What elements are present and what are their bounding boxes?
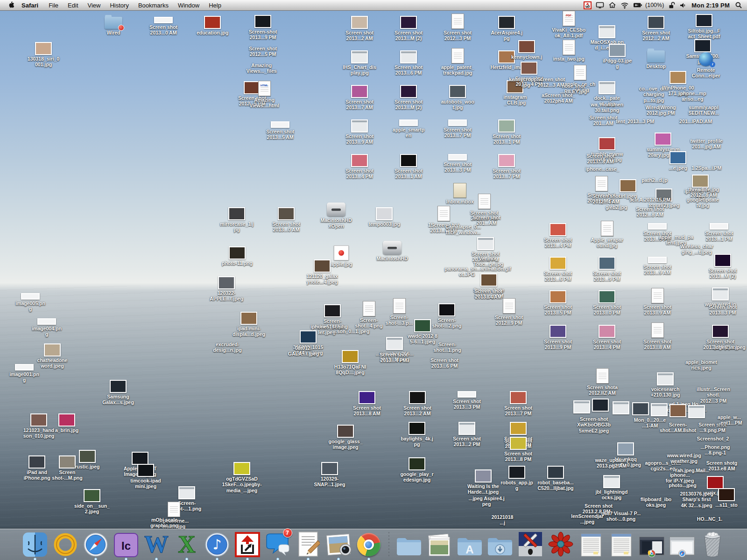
excel-dock-icon[interactable]: X	[173, 530, 200, 557]
desktop-icon[interactable]: apple_smartp en	[386, 119, 431, 139]
desktop-icon[interactable]: Screen shot 2013...2 PM	[444, 421, 489, 448]
desktop-icon[interactable]: Screen shot 2013...6 PM	[536, 256, 580, 282]
screenrecycler-dock-icon[interactable]	[234, 530, 261, 557]
iphoto-dock-icon[interactable]	[325, 530, 352, 557]
menu-clock[interactable]: Mon 2:19 PM	[691, 2, 731, 9]
desktop-icon[interactable]: Screen shot 2012...5 PM	[240, 45, 285, 57]
desktop-icon[interactable]: Screen shot 2013...8 AM	[578, 152, 623, 165]
desktop-icon[interactable]: Screen shot 2013...4 PM	[337, 153, 382, 180]
word-dock-icon[interactable]: W	[143, 530, 170, 557]
desktop-icon[interactable]: voicesearch +210.130.jpg	[643, 371, 688, 398]
desktop-icon[interactable]: tent_2013...3 PM	[613, 118, 657, 124]
desktop-icon[interactable]: image001.pn g	[2, 363, 47, 383]
desktop-icon[interactable]: Screen shot 2013...0 AM	[141, 16, 186, 36]
desktop-icon[interactable]: 130318_siri_0 001.jpg	[21, 41, 66, 68]
desktop-icon[interactable]: ...son_0...1.jpeg	[329, 328, 374, 334]
volume-icon[interactable]	[679, 2, 686, 9]
desktop-icon[interactable]: HTMLAmazing Views....html	[242, 82, 287, 109]
desktop-icon[interactable]: Wired|Wrong 2012.jpg.PM	[638, 104, 683, 116]
red-flower-app-dock-icon[interactable]	[547, 530, 574, 557]
trash-full-dock-icon[interactable]	[699, 530, 726, 557]
desktop-icon[interactable]: google_play_r edesign.jpg	[395, 456, 439, 483]
photos-stack-dock-icon[interactable]	[426, 530, 453, 557]
desktop-icon[interactable]: excruded- desig...n.jpg	[205, 341, 250, 353]
desktop-icon[interactable]: Screen shot 2013...3 PM	[444, 390, 489, 410]
desktop-icon[interactable]: MacintoshHD	[370, 241, 415, 261]
menu-bookmarks[interactable]: Bookmarks	[134, 2, 173, 9]
desktop-icon[interactable]: ...Phone.png ...8.png-1	[693, 443, 738, 456]
menu-edit[interactable]: Edit	[63, 2, 83, 9]
desktop-icon[interactable]: Camalapse_0... ffice_window...	[441, 223, 486, 236]
desktop-icon[interactable]: Screen shot 2013...4 PM	[536, 222, 580, 249]
desktop-icon[interactable]: H13o71QaFNI 8QqD....jpeg	[328, 349, 373, 376]
desktop-icon[interactable]: ...jpeg Aspire4.j peg	[464, 495, 509, 507]
desktop-icon[interactable]: side_on__sun_ 2.jpeg	[70, 488, 114, 515]
desktop-icon[interactable]: summly.appl SEDIT.NEW...	[681, 104, 726, 116]
utilities-tools-dock-icon[interactable]	[517, 530, 544, 557]
desktop-icon[interactable]: AcerAspire4.j pg	[484, 15, 529, 42]
desktop-icon[interactable]: MacintoshHD xOpen	[314, 203, 359, 229]
desktop-icon[interactable]: robot_baseba... C520...lljbat.jpg	[533, 465, 578, 491]
desktop-icon[interactable]: Screen shot 2013...9 AM	[337, 119, 382, 145]
desktop-icon[interactable]: apple_biomet rics.jpeg	[679, 358, 724, 371]
desktop-icon[interactable]: iphone...case_	[580, 165, 625, 172]
desktop-icon[interactable]: Screen shot 2013...M (2)	[700, 253, 745, 280]
desktop-icon[interactable]: 08t012- GALA...t.jpeg	[281, 344, 326, 357]
desktop-icon[interactable]: ogTdGVZSaD 1SkeF...o.jpegby- media_...jp…	[219, 461, 264, 493]
desktop-icon[interactable]: education.jpg	[190, 15, 235, 35]
desktop-icon[interactable]: Desktop	[634, 49, 678, 69]
desktop-icon[interactable]: google_glass_ image.jpeg	[323, 424, 368, 450]
desktop-icon[interactable]: Screen shot 2013...9 AM	[635, 256, 680, 276]
desktop-icon[interactable]: 3dges...s.jpeg	[707, 343, 747, 350]
desktop-icon[interactable]: Screen shot 2013...5 PM	[536, 289, 580, 316]
desktop-icon[interactable]: autobots_woo t.jpg	[435, 84, 480, 111]
desktop-icon[interactable]: Screen shot 2013...7 PM	[484, 153, 529, 180]
desktop-icon[interactable]: Screen shot 2012...8 AM	[627, 205, 672, 218]
menu-view[interactable]: View	[83, 2, 106, 9]
desktop-icon[interactable]: 121120_galax ynote...4.jpeg	[300, 259, 345, 285]
desktop-icon[interactable]: robots_app.jp g	[494, 465, 539, 491]
back-to-my-mac-icon[interactable]	[608, 1, 616, 9]
desktop-icon[interactable]: Screen shot 2013...0 AM	[264, 206, 309, 233]
minimized-safari-window-dock-icon[interactable]	[669, 530, 696, 557]
desktop-icon[interactable]: Siltobii.jpg...F act_Sheet.pdf	[682, 13, 726, 40]
desktop-icon[interactable]: aScreen shot_ 2012ph4 AM	[536, 91, 581, 104]
downloads-folder-dock-icon[interactable]	[486, 530, 514, 557]
desktop-icon[interactable]: 1.2Spa...i.PM	[684, 164, 729, 171]
desktop-icon[interactable]: Screen shot 2013...5 AM	[258, 120, 303, 140]
desktop-icon[interactable]: Samsung Galax...s.jpeg	[96, 379, 141, 406]
desktop-icon[interactable]: Screen shot 2012...2 AM	[634, 15, 678, 42]
lock-open-icon[interactable]	[668, 1, 675, 9]
menu-file[interactable]: File	[44, 2, 63, 9]
itunes-dock-icon[interactable]: ♪	[204, 530, 231, 557]
desktop-icon[interactable]: googleupdate tv.jpg	[680, 196, 725, 209]
desktop-icon[interactable]: Screen shot 2013...2 AM	[395, 390, 440, 417]
textedit-dock-icon[interactable]	[295, 530, 322, 557]
desktop-icon[interactable]: Screen shot 2013...7 AM	[337, 84, 382, 111]
desktop-icon[interactable]: flipboard_ibo oks.jpeg	[634, 496, 678, 508]
desktop-icon[interactable]: iphone...mp ariso...eg	[670, 90, 715, 102]
desktop-icon[interactable]: Screen shot 2013...2 AM	[337, 15, 382, 42]
desktop-icon[interactable]: mirrorcase_1.j pg	[214, 206, 259, 233]
desktop-icon[interactable]: Screen- shot...1.png	[425, 341, 470, 353]
desktop-icon[interactable]: baylights_4k.j pg	[395, 421, 439, 448]
opera-dock-icon[interactable]	[52, 530, 79, 557]
desktop-icon[interactable]: iPdgg-03.jpe g	[595, 43, 640, 70]
menu-help[interactable]: Help	[204, 2, 226, 9]
desktop-icon[interactable]: photo-11.png	[215, 245, 260, 266]
desktop-icon[interactable]: Screen shot 2013...1 PM	[484, 119, 529, 145]
desktop-icon[interactable]: apple_w... ...ent1...PM	[707, 413, 747, 426]
desktop-icon[interactable]: 201...IPAD.AM	[673, 118, 718, 124]
desktop-icon[interactable]: 9clr.A.2012.15 PM	[627, 196, 672, 203]
desktop-icon[interactable]: twitter_profile 201...jpg.AM	[684, 137, 729, 150]
desktop-icon[interactable]: ipad-mini- displa...d.jpeg	[226, 311, 271, 337]
desktop-icon[interactable]: Screenshot_2	[691, 435, 735, 441]
screenrecycler-menu-icon[interactable]	[584, 1, 592, 9]
desktop-icon[interactable]: timcook-ipad mini.jpeg	[123, 463, 168, 490]
wifi-icon[interactable]	[620, 2, 629, 9]
desktop-icon[interactable]: Screen shot 2013...M (2)	[386, 84, 431, 111]
desktop-icon[interactable]: Screen shot 2012...3 PM	[435, 15, 480, 42]
minimized-document-1-dock-icon[interactable]	[578, 530, 605, 557]
desktop-icon[interactable]: apple_patent_ trackpad.jpg	[435, 49, 480, 76]
desktop-icon[interactable]: tempo003.jpg	[362, 206, 407, 227]
